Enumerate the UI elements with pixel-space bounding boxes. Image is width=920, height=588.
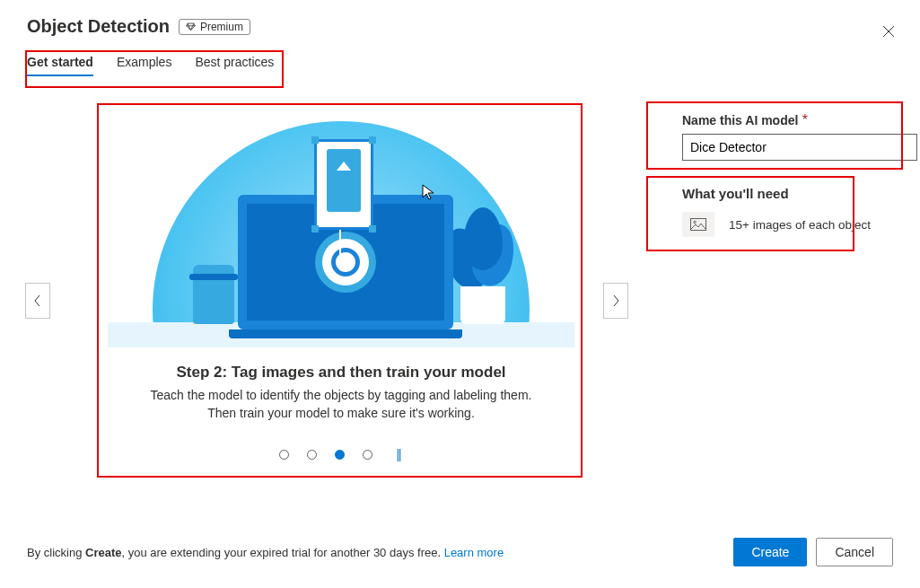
- svg-rect-0: [691, 219, 706, 231]
- tab-best-practices[interactable]: Best practices: [195, 49, 274, 76]
- carousel-step-description: Teach the model to identify the objects …: [135, 387, 548, 422]
- diamond-icon: [186, 22, 196, 31]
- carousel-next-button[interactable]: [603, 283, 628, 319]
- tab-get-started[interactable]: Get started: [27, 49, 93, 76]
- chevron-right-icon: [611, 294, 620, 308]
- carousel-dot-1[interactable]: [279, 450, 289, 460]
- close-icon: [882, 25, 895, 38]
- required-indicator: *: [802, 112, 808, 127]
- premium-badge: Premium: [179, 19, 250, 35]
- carousel-indicators: ‖: [99, 447, 583, 461]
- cancel-button[interactable]: Cancel: [816, 538, 893, 566]
- page-title: Object Detection: [27, 16, 170, 37]
- carousel-dot-4[interactable]: [363, 450, 372, 460]
- what-youll-need-title: What you'll need: [682, 186, 917, 201]
- learn-more-link[interactable]: Learn more: [444, 546, 504, 559]
- model-name-label: Name this AI model: [682, 113, 798, 127]
- model-name-input[interactable]: [682, 134, 917, 161]
- create-button[interactable]: Create: [733, 538, 807, 566]
- chevron-left-icon: [33, 294, 42, 308]
- carousel-illustration: [108, 103, 574, 347]
- footer-disclaimer: By clicking Create, you are extending yo…: [27, 546, 504, 559]
- premium-label: Premium: [200, 21, 243, 33]
- carousel-pause-button[interactable]: ‖: [396, 447, 403, 461]
- image-icon: [682, 212, 714, 237]
- carousel-prev-button[interactable]: [25, 283, 50, 319]
- svg-point-1: [694, 221, 697, 224]
- carousel-dot-3[interactable]: [335, 450, 345, 460]
- tab-bar: Get started Examples Best practices: [27, 49, 893, 76]
- carousel-step-title: Step 2: Tag images and then train your m…: [99, 364, 583, 382]
- cursor-icon: [422, 184, 436, 202]
- requirement-text: 15+ images of each object: [729, 218, 871, 232]
- close-button[interactable]: [879, 22, 898, 44]
- carousel-dot-2[interactable]: [307, 450, 317, 460]
- tab-examples[interactable]: Examples: [117, 49, 171, 76]
